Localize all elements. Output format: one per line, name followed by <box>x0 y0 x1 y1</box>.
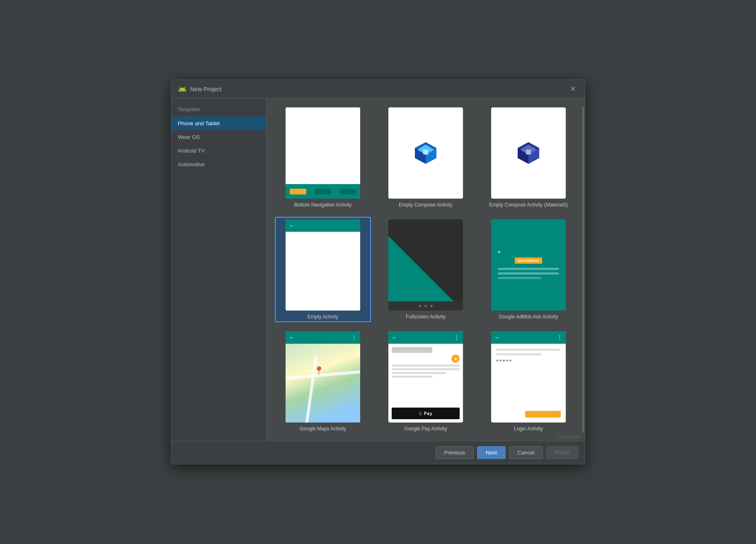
dialog-title: New Project <box>190 86 221 92</box>
interstitial-ad-badge: Interstitial Ad <box>515 257 543 264</box>
template-preview-fullscreen: ← ⛶ <box>388 219 463 311</box>
template-name-admob: Google AdMob Ads Activity <box>499 314 558 320</box>
template-maps[interactable]: ← ⋮ 📍 <box>275 329 371 434</box>
template-name-login: Login Activity <box>514 426 543 432</box>
template-preview-empty-compose-m3 <box>491 107 566 199</box>
template-preview-bottom-nav <box>286 107 360 199</box>
sidebar-section-label: Templates <box>171 105 266 117</box>
new-project-dialog: New Project ✕ Templates Phone and Tablet… <box>171 80 585 464</box>
close-button[interactable]: ✕ <box>568 84 578 94</box>
android-icon <box>178 85 187 94</box>
template-empty-compose-m3[interactable]: Empty Compose Activity (Material3) <box>480 105 577 210</box>
dialog-content: Templates Phone and Tablet Wear OS Andro… <box>171 98 585 441</box>
template-preview-empty-compose <box>388 107 463 199</box>
previous-button[interactable]: Previous <box>436 446 474 459</box>
template-name-empty-activity: Empty Activity <box>308 314 339 320</box>
compose-m3-cube-icon <box>516 141 541 165</box>
footer: Previous Next Cancel Finish <box>171 441 585 464</box>
finish-button: Finish <box>546 446 578 459</box>
template-name-fullscreen: Fullscreen Activity <box>406 314 446 320</box>
template-name-empty-compose-m3: Empty Compose Activity (Material3) <box>489 202 568 208</box>
template-fullscreen[interactable]: ← ⛶ Fullscreen Activity <box>378 217 474 322</box>
sidebar-item-automotive[interactable]: Automotive <box>171 158 266 171</box>
template-pay[interactable]: ← ⋮ ★ <box>378 329 474 434</box>
template-preview-pay: ← ⋮ ★ <box>388 331 463 423</box>
template-name-empty-compose: Empty Compose Activity <box>399 202 452 208</box>
watermark: CSDN @付吹v <box>557 435 582 440</box>
title-bar-left: New Project <box>178 85 221 94</box>
template-preview-maps: ← ⋮ 📍 <box>286 331 360 423</box>
template-name-pay: Google Pay Activity <box>404 426 447 432</box>
template-preview-login: ← ⋮ <box>491 331 566 423</box>
title-bar: New Project ✕ <box>171 80 585 98</box>
template-name-maps: Google Maps Activity <box>300 426 346 432</box>
sidebar-item-phone-tablet[interactable]: Phone and Tablet <box>171 117 266 130</box>
sidebar-item-android-tv[interactable]: Android TV <box>171 144 266 158</box>
template-bottom-nav[interactable]: Bottom Navigation Activity <box>275 105 371 210</box>
scrollbar[interactable] <box>582 107 584 432</box>
template-preview-admob: Interstitial Ad <box>491 219 566 311</box>
main-content: Bottom Navigation Activity <box>267 98 585 441</box>
svg-marker-6 <box>423 150 428 155</box>
cancel-button[interactable]: Cancel <box>509 446 543 459</box>
svg-marker-12 <box>526 150 531 155</box>
templates-grid: Bottom Navigation Activity <box>267 98 585 441</box>
template-login[interactable]: ← ⋮ <box>480 329 577 434</box>
template-name-bottom-nav: Bottom Navigation Activity <box>294 202 352 208</box>
sidebar: Templates Phone and Tablet Wear OS Andro… <box>171 98 267 441</box>
template-admob[interactable]: Interstitial Ad Google AdMob Ads Activit… <box>480 217 577 322</box>
template-empty-compose[interactable]: Empty Compose Activity <box>378 105 474 210</box>
sidebar-item-wear-os[interactable]: Wear OS <box>171 130 266 144</box>
next-button[interactable]: Next <box>477 446 506 459</box>
template-empty-activity[interactable]: ← Empty Activity <box>275 217 371 322</box>
compose-cube-icon <box>413 141 438 165</box>
template-preview-empty-activity: ← <box>286 219 360 311</box>
